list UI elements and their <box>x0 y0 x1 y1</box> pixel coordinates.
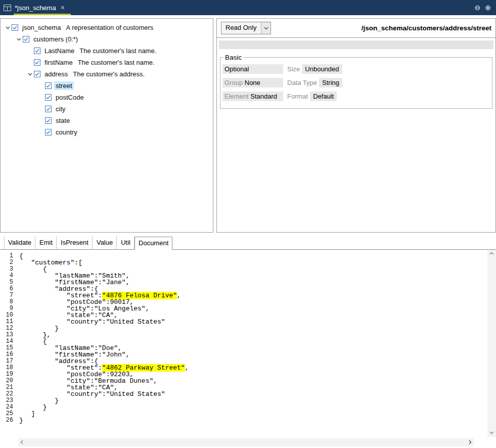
code-line: } <box>19 397 487 404</box>
script-tabs: ValidateEmitIsPresentValueUtilDocument <box>0 237 496 250</box>
titlebar-actions: ⊖ ⊕ <box>475 4 496 12</box>
tree-item-label: customers (0:*) <box>32 35 79 43</box>
property-label: Size <box>287 65 300 73</box>
collapse-chevron-icon[interactable] <box>15 38 23 41</box>
properties-toolbar-strip <box>219 40 493 49</box>
scroll-left-icon[interactable] <box>20 439 23 445</box>
tree-item-postcode[interactable]: postCode <box>1 92 213 103</box>
schema-tree-panel: json_schemaA representation of customers… <box>0 18 213 233</box>
mode-select-value: Read Only <box>221 22 261 34</box>
element-icon <box>12 24 21 31</box>
basic-properties-grid: OptionalSizeUnboundedGroup NoneData Type… <box>222 64 490 101</box>
element-icon <box>45 129 54 136</box>
document-tab[interactable]: *json_schema × <box>14 0 71 15</box>
tree-item-country[interactable]: country <box>1 126 213 138</box>
code-content: { "customers":[ { "lastName":"Smith", "f… <box>19 253 487 437</box>
line-number: 26 <box>0 417 13 424</box>
code-line: ] <box>19 411 487 417</box>
scroll-right-icon[interactable] <box>469 439 472 445</box>
element-icon <box>45 82 54 89</box>
tab-value[interactable]: Value <box>93 236 117 249</box>
code-line: }, <box>19 332 487 338</box>
tab-validate[interactable]: Validate <box>4 236 35 249</box>
schema-tree: json_schemaA representation of customers… <box>1 22 213 138</box>
tree-item-customers-0[interactable]: customers (0:*) <box>1 33 213 45</box>
collapse-all-icon[interactable]: ⊖ <box>475 4 481 12</box>
tree-item-label: address <box>43 70 69 78</box>
code-line: "country":"United States" <box>19 391 487 397</box>
tree-item-address[interactable]: addressThe customer's address. <box>1 68 213 80</box>
code-line: } <box>19 417 487 424</box>
horizontal-scrollbar[interactable] <box>18 438 474 446</box>
property-format: FormatDefault <box>287 92 342 101</box>
app-grid-icon <box>4 5 11 11</box>
titlebar: *json_schema × ⊖ ⊕ <box>0 0 496 15</box>
main-split: json_schemaA representation of customers… <box>0 18 496 233</box>
code-line: } <box>19 325 487 332</box>
tree-item-label: street <box>54 81 74 90</box>
script-panel: ValidateEmitIsPresentValueUtilDocument 1… <box>0 233 496 448</box>
tree-item-label: country <box>54 128 79 137</box>
basic-legend: Basic <box>223 54 243 61</box>
tab-close-icon[interactable]: × <box>61 4 65 11</box>
tree-item-firstname[interactable]: firstNameThe customer's last name. <box>1 57 213 68</box>
property-value: None <box>245 79 260 86</box>
tab-util[interactable]: Util <box>117 236 134 249</box>
tree-item-description: The customer's last name. <box>79 47 156 55</box>
property-label: Data Type <box>287 79 317 86</box>
tree-item-json-schema[interactable]: json_schemaA representation of customers <box>1 22 213 33</box>
property-data-type: Data TypeString <box>287 78 342 87</box>
chevron-down-icon[interactable] <box>261 22 270 34</box>
property-group: Group None <box>222 78 287 87</box>
collapse-chevron-icon[interactable] <box>26 73 34 76</box>
scroll-up-icon[interactable] <box>489 251 494 256</box>
tree-item-street[interactable]: street <box>1 80 213 92</box>
code-line: "country":"United States" <box>19 319 487 325</box>
mode-select[interactable]: Read Only <box>221 22 271 34</box>
tree-item-city[interactable]: city <box>1 103 213 115</box>
tree-item-state[interactable]: state <box>1 115 213 126</box>
element-icon <box>45 117 54 124</box>
property-value: Default <box>310 92 337 101</box>
code-line: } <box>19 404 487 411</box>
properties-header: Read Only /json_schema/customers/address… <box>217 19 495 38</box>
property-label: Group <box>224 79 245 86</box>
element-icon <box>34 59 43 66</box>
tree-item-label: firstName <box>43 58 74 67</box>
tree-item-label: LastName <box>43 47 76 55</box>
tree-item-lastname[interactable]: LastNameThe customer's last name. <box>1 45 213 57</box>
tab-document[interactable]: Document <box>134 237 172 250</box>
scroll-down-icon[interactable] <box>489 431 494 435</box>
element-icon <box>45 106 54 112</box>
schema-node-path: /json_schema/customers/address/street <box>362 24 491 32</box>
element-icon <box>34 48 43 54</box>
tree-item-description: The customer's last name. <box>78 59 155 66</box>
property-size: SizeUnbounded <box>287 64 342 74</box>
element-icon <box>23 36 32 42</box>
document-tab-label: *json_schema <box>15 4 56 12</box>
tree-item-label: postCode <box>54 93 85 102</box>
line-number-gutter: 1234567891011121314151617181920212223242… <box>0 253 15 437</box>
tree-item-label: city <box>54 105 67 113</box>
code-area[interactable]: 1234567891011121314151617181920212223242… <box>0 250 487 437</box>
properties-panel: Read Only /json_schema/customers/address… <box>216 18 496 233</box>
element-icon <box>34 71 43 77</box>
vertical-scrollbar[interactable] <box>487 250 496 437</box>
property-value: Standard <box>250 93 277 100</box>
tree-item-label: state <box>54 116 71 125</box>
property-element: Element Standard <box>222 92 287 101</box>
tree-item-description: The customer's address. <box>73 70 145 78</box>
tab-emit[interactable]: Emit <box>35 236 57 249</box>
property-value: Optional <box>224 65 249 73</box>
code-line: "customers":[ <box>19 259 487 266</box>
element-icon <box>45 94 54 101</box>
collapse-chevron-icon[interactable] <box>4 26 12 29</box>
property-label: Element <box>224 93 250 100</box>
tree-item-description: A representation of customers <box>66 24 154 31</box>
tree-item-label: json_schema <box>21 23 63 32</box>
property-value: String <box>319 78 342 87</box>
document-editor[interactable]: 1234567891011121314151617181920212223242… <box>0 250 496 437</box>
expand-all-icon[interactable]: ⊕ <box>485 4 491 12</box>
property-optional: Optional <box>222 64 287 74</box>
tab-ispresent[interactable]: IsPresent <box>57 236 93 249</box>
